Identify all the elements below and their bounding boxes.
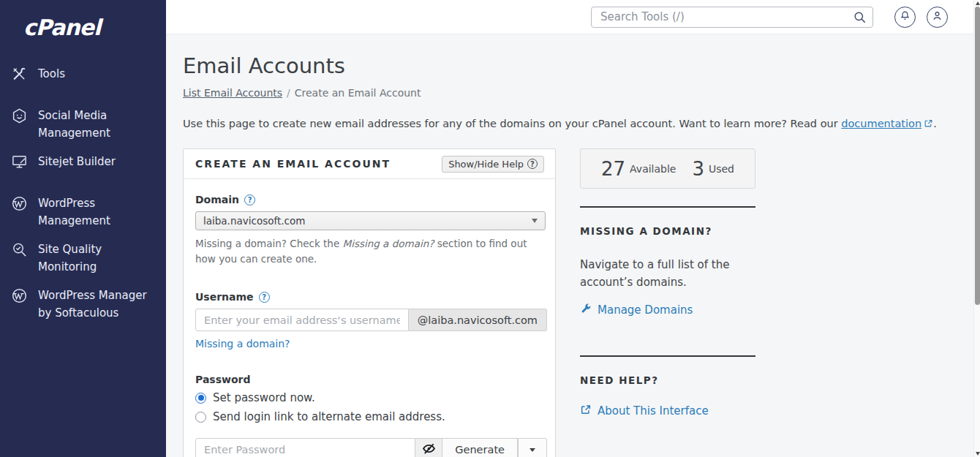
missing-domain-panel-title: MISSING A DOMAIN? [580, 225, 755, 237]
radio-selected-icon[interactable] [195, 393, 206, 404]
about-this-interface-label: About This Interface [598, 404, 709, 418]
username-label-text: Username [195, 291, 254, 303]
scroll-up-arrow[interactable] [976, 1, 980, 5]
scroll-down-arrow[interactable] [976, 452, 980, 456]
documentation-link[interactable]: documentation [841, 118, 921, 129]
card-header: CREATE AN EMAIL ACCOUNT Show/Hide Help [184, 149, 555, 179]
main-area: Email Accounts List Email Accounts/Creat… [166, 0, 980, 457]
card-body: Domain laiba.navicosoft.com Missing a do… [184, 179, 555, 457]
domain-label: Domain [195, 194, 544, 205]
used-value: 3 [692, 158, 704, 180]
used-label: Used [709, 163, 734, 175]
username-label: Username [195, 291, 544, 303]
page-scrollbar[interactable] [973, 0, 980, 457]
site-quality-icon [10, 241, 28, 271]
sidebar-item-label: WordPress Management [38, 197, 110, 227]
sidebar-item-sitejet-builder[interactable]: Sitejet Builder [4, 153, 162, 184]
send-login-link-label: Send login link to alternate email addre… [213, 410, 445, 423]
intro-text-after: . [933, 118, 937, 129]
set-password-radio[interactable]: Set password now. [195, 391, 544, 404]
sidebar-item-wordpress-management[interactable]: WordPress Management [4, 194, 162, 230]
sidebar-item-social-media-management[interactable]: Social Media Management [4, 107, 162, 142]
domain-select[interactable]: laiba.navicosoft.com [195, 211, 546, 230]
user-icon [931, 10, 943, 24]
toggle-password-visibility-button[interactable] [415, 438, 442, 457]
wordpress-icon [10, 194, 28, 225]
username-help-icon[interactable] [259, 292, 270, 303]
top-bar [166, 0, 980, 34]
external-link-icon [580, 404, 592, 418]
sidebar: cPanel Tools Social Media Management Sit… [0, 0, 166, 457]
sidebar-item-label: Tools [38, 67, 65, 80]
section-divider [580, 355, 755, 357]
cpanel-logo[interactable]: cPanel [0, 10, 166, 40]
send-login-link-radio[interactable]: Send login link to alternate email addre… [195, 410, 544, 423]
sidebar-nav: Tools Social Media Management Sitejet Bu… [0, 65, 166, 322]
external-link-icon [921, 118, 933, 129]
used-stat: 3 Used [692, 158, 734, 180]
wrench-icon [580, 303, 592, 317]
sidebar-item-wordpress-manager-by-softaculous[interactable]: WordPress Manager by Softaculous [4, 287, 162, 322]
password-input[interactable] [195, 438, 415, 457]
available-value: 27 [601, 158, 625, 180]
missing-domain-panel-text: Navigate to a full list of the account’s… [580, 256, 755, 291]
notifications-button[interactable] [894, 7, 916, 28]
show-hide-help-label: Show/Hide Help [448, 159, 524, 170]
search-box [591, 7, 873, 28]
about-this-interface-link[interactable]: About This Interface [580, 404, 709, 418]
breadcrumb: List Email Accounts/Create an Email Acco… [183, 87, 980, 99]
breadcrumb-separator: / [287, 87, 290, 99]
username-input[interactable] [195, 309, 409, 331]
search-input[interactable] [591, 7, 873, 28]
domain-select-value: laiba.navicosoft.com [203, 215, 305, 227]
intro-text: Use this page to create new email addres… [183, 118, 980, 129]
sidebar-item-site-quality-monitoring[interactable]: Site Quality Monitoring [4, 241, 162, 276]
wordpress-icon [10, 287, 28, 317]
domain-label-text: Domain [195, 194, 239, 205]
page-title: Email Accounts [183, 53, 980, 78]
question-circle-icon [527, 159, 538, 169]
radio-unselected-icon[interactable] [195, 412, 206, 423]
sidebar-item-label: Sitejet Builder [38, 155, 116, 168]
need-help-panel-title: NEED HELP? [580, 374, 755, 386]
username-block: Username @laiba.navicosoft.com Missing a… [195, 291, 544, 350]
missing-domain-link[interactable]: Missing a domain? [195, 338, 290, 350]
need-help-panel: NEED HELP? About This Interface [580, 355, 755, 418]
search-icon[interactable] [853, 10, 867, 24]
show-hide-help-button[interactable]: Show/Hide Help [442, 156, 544, 173]
domain-hint: Missing a domain? Check the Missing a do… [195, 236, 550, 267]
scrollbar-thumb[interactable] [975, 7, 980, 305]
sidebar-item-label: WordPress Manager by Softaculous [38, 289, 147, 320]
section-divider [580, 206, 755, 208]
domain-addon: @laiba.navicosoft.com [409, 309, 547, 331]
sidebar-item-tools[interactable]: Tools [4, 65, 162, 96]
password-block: Password Set password now. Send login li… [195, 374, 544, 457]
sitejet-builder-icon [10, 153, 28, 184]
hint-italic: Missing a domain? [342, 238, 434, 249]
sidebar-item-label: Site Quality Monitoring [38, 243, 102, 273]
domain-help-icon[interactable] [244, 194, 255, 205]
available-label: Available [630, 163, 676, 175]
cpanel-app: cPanel Tools Social Media Management Sit… [0, 0, 980, 457]
generate-password-button[interactable]: Generate [442, 438, 518, 457]
chevron-down-icon [532, 219, 538, 223]
username-input-group: @laiba.navicosoft.com [195, 309, 547, 331]
intro-text-before: Use this page to create new email addres… [183, 118, 841, 129]
bell-icon [899, 10, 911, 24]
caret-down-icon [529, 448, 535, 452]
generate-options-button[interactable] [518, 438, 547, 457]
manage-domains-link[interactable]: Manage Domains [580, 303, 693, 317]
page-content: Email Accounts List Email Accounts/Creat… [166, 34, 980, 457]
password-input-group: Generate [195, 438, 547, 457]
right-column: 27 Available 3 Used MISSING A DOMAIN? Na… [580, 148, 755, 418]
card-title: CREATE AN EMAIL ACCOUNT [195, 158, 391, 170]
missing-domain-panel: MISSING A DOMAIN? Navigate to a full lis… [580, 206, 755, 317]
usage-stats: 27 Available 3 Used [580, 148, 755, 189]
user-button[interactable] [927, 7, 948, 28]
sidebar-item-label: Social Media Management [38, 109, 110, 140]
tools-icon [10, 65, 28, 96]
set-password-label: Set password now. [213, 391, 315, 404]
eye-slash-icon [421, 441, 437, 457]
breadcrumb-list-email-accounts-link[interactable]: List Email Accounts [183, 87, 282, 99]
password-label: Password [195, 374, 544, 385]
